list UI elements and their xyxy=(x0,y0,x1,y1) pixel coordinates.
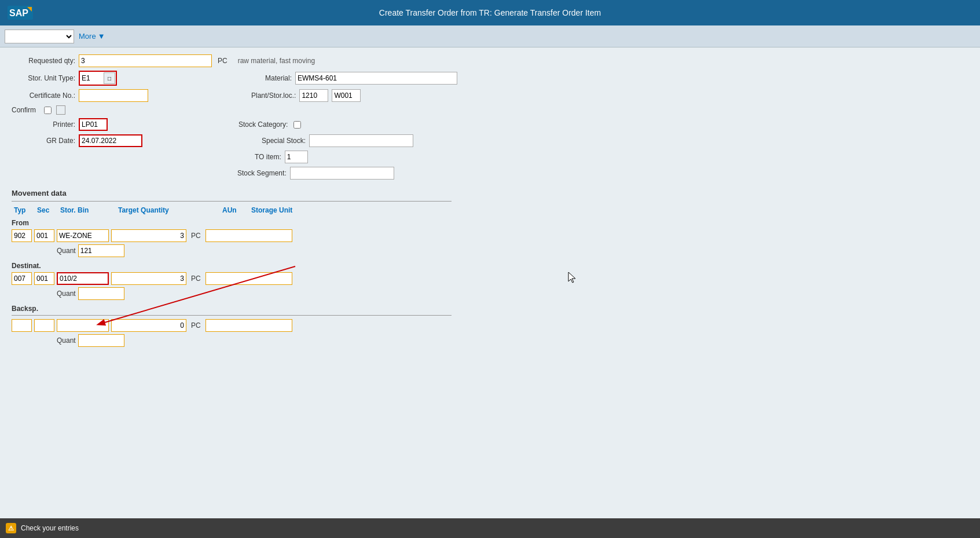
dest-label: Destinat. xyxy=(12,262,968,270)
stor-unit-type-input[interactable] xyxy=(80,72,104,84)
certificate-row: Certificate No.: Plant/Stor.loc.: xyxy=(12,89,968,102)
plant-input[interactable] xyxy=(299,89,328,102)
dest-quant-input[interactable] xyxy=(78,287,124,300)
backsp-qty-input[interactable] xyxy=(111,319,186,332)
col-stor-bin: Stor. Bin xyxy=(60,206,112,214)
from-quant-label: Quant xyxy=(57,247,76,255)
movement-data-title: Movement data xyxy=(12,189,968,197)
requested-qty-label: Requested qty: xyxy=(12,57,75,65)
sap-logo: SAP xyxy=(6,4,35,21)
backsp-data-row: PC xyxy=(12,319,968,332)
material-input[interactable] xyxy=(295,72,457,85)
backsp-unit: PC xyxy=(189,321,203,330)
col-aun: AUn xyxy=(222,206,245,214)
printer-input[interactable] xyxy=(79,118,108,131)
dest-stor-bin-input[interactable] xyxy=(57,272,109,285)
toolbar-select[interactable] xyxy=(5,30,74,43)
to-item-input[interactable] xyxy=(285,151,308,163)
section-divider xyxy=(12,201,452,202)
stock-segment-input[interactable] xyxy=(290,167,394,180)
special-stock-label: Special Stock: xyxy=(262,137,306,145)
svg-text:SAP: SAP xyxy=(9,8,28,18)
backsp-quant-input[interactable] xyxy=(78,334,124,347)
gr-date-row: GR Date: Special Stock: xyxy=(12,134,968,147)
more-button[interactable]: More ▼ xyxy=(79,32,105,41)
warning-icon: ⚠ xyxy=(6,523,16,533)
toolbar: More ▼ xyxy=(0,25,980,47)
stock-segment-label: Stock Segment: xyxy=(237,169,287,177)
confirm-checkbox[interactable] xyxy=(44,107,52,114)
requested-qty-input[interactable] xyxy=(79,54,212,67)
chevron-down-icon: ▼ xyxy=(98,32,105,41)
dest-data-row: PC xyxy=(12,272,968,285)
stor-loc-input[interactable] xyxy=(332,89,361,102)
dest-quant-label: Quant xyxy=(57,290,76,298)
table-header: Typ Sec Stor. Bin Target Quantity AUn St… xyxy=(12,206,968,215)
stor-unit-type-input-group: □ xyxy=(79,71,117,86)
stock-category-label: Stock Category: xyxy=(238,120,288,129)
col-typ: Typ xyxy=(14,206,37,214)
from-quant-input[interactable] xyxy=(78,244,124,257)
printer-row: Printer: Stock Category: xyxy=(12,118,968,131)
printer-label: Printer: xyxy=(12,120,75,129)
to-item-row: TO item: xyxy=(12,151,968,163)
confirm-label: Confirm xyxy=(12,106,41,114)
from-storage-unit-input[interactable] xyxy=(205,229,292,242)
movement-data-section: Movement data Typ Sec Stor. Bin Target Q… xyxy=(12,189,968,347)
dest-qty-input[interactable] xyxy=(111,272,186,285)
app-header: SAP Create Transfer Order from TR: Gener… xyxy=(0,0,980,25)
stor-unit-browse-button[interactable]: □ xyxy=(104,72,115,84)
dest-typ-input[interactable] xyxy=(12,272,32,285)
from-qty-input[interactable] xyxy=(111,229,186,242)
status-message: Check your entries xyxy=(21,524,79,532)
backsp-sec-input[interactable] xyxy=(34,319,54,332)
to-item-label: TO item: xyxy=(255,153,281,161)
gr-date-input[interactable] xyxy=(79,134,142,147)
backsp-quant-row: Quant xyxy=(57,334,968,347)
requested-qty-unit: PC xyxy=(215,57,230,65)
stor-unit-row: Stor. Unit Type: □ Material: xyxy=(12,71,968,86)
backsp-stor-bin-input[interactable] xyxy=(57,319,109,332)
from-quant-row: Quant xyxy=(57,244,968,257)
plant-stor-loc-label: Plant/Stor.loc.: xyxy=(251,92,296,100)
from-unit: PC xyxy=(189,232,203,240)
page-title: Create Transfer Order from TR: Generate … xyxy=(379,8,601,17)
dest-unit: PC xyxy=(189,275,203,283)
col-storage-unit: Storage Unit xyxy=(251,206,321,214)
certificate-no-input[interactable] xyxy=(79,89,148,102)
form-section: Requested qty: PC raw material, fast mov… xyxy=(12,54,968,180)
requested-qty-info: raw material, fast moving xyxy=(238,57,315,65)
dest-storage-unit-input[interactable] xyxy=(205,272,292,285)
material-label: Material: xyxy=(265,74,292,82)
col-sec: Sec xyxy=(37,206,60,214)
more-label: More xyxy=(79,32,96,41)
gr-date-label: GR Date: xyxy=(12,137,75,145)
certificate-no-label: Certificate No.: xyxy=(12,92,75,100)
dest-sec-input[interactable] xyxy=(34,272,54,285)
dest-quant-row: Quant xyxy=(57,287,968,300)
col-target-qty: Target Quantity xyxy=(118,206,222,214)
stor-unit-type-label: Stor. Unit Type: xyxy=(12,74,75,82)
main-content: Requested qty: PC raw material, fast mov… xyxy=(0,47,980,358)
status-bar: ⚠ Check your entries xyxy=(0,518,980,538)
special-stock-input[interactable] xyxy=(309,134,413,147)
from-stor-bin-input[interactable] xyxy=(57,229,109,242)
stock-segment-row: Stock Segment: xyxy=(12,167,968,180)
backsp-divider xyxy=(12,315,452,316)
from-data-row: PC xyxy=(12,229,968,242)
confirm-row: Confirm xyxy=(12,105,968,115)
from-sec-input[interactable] xyxy=(34,229,54,242)
stock-category-checkbox[interactable] xyxy=(293,121,301,129)
requested-qty-row: Requested qty: PC raw material, fast mov… xyxy=(12,54,968,67)
from-typ-input[interactable] xyxy=(12,229,32,242)
from-label: From xyxy=(12,219,968,227)
confirm-radio[interactable] xyxy=(56,105,65,115)
backsp-storage-unit-input[interactable] xyxy=(205,319,292,332)
backsp-typ-input[interactable] xyxy=(12,319,32,332)
backsp-quant-label: Quant xyxy=(57,336,76,345)
backsp-label: Backsp. xyxy=(12,305,968,313)
